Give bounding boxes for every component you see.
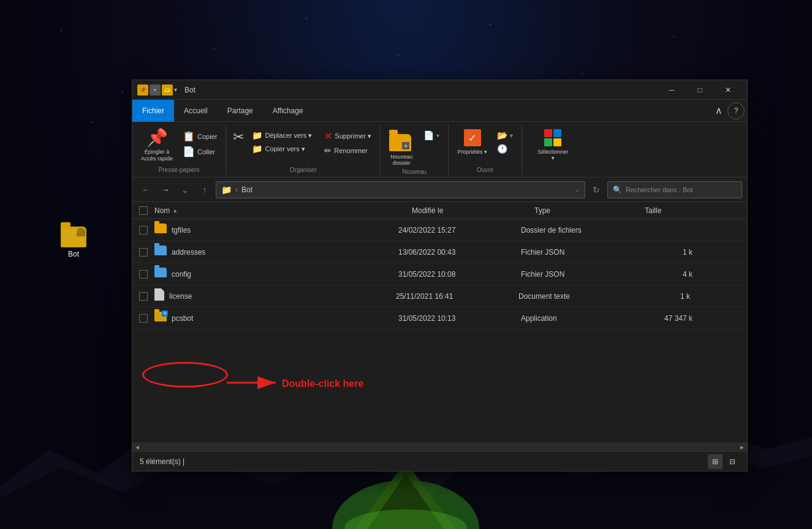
row-checkbox[interactable]: [137, 246, 150, 258]
column-headers: Nom ▲ Modifié le Type Taille: [132, 202, 747, 219]
col-header-size[interactable]: Taille: [645, 206, 706, 215]
new-folder-button[interactable]: + Nouveaudossier: [385, 127, 417, 168]
scroll-left-button[interactable]: ◄: [132, 443, 142, 452]
desktop-bot-icon[interactable]: Bot: [49, 227, 98, 258]
scroll-right-button[interactable]: ►: [737, 443, 747, 452]
row-checkbox[interactable]: [137, 312, 150, 325]
qat-dropdown-btn[interactable]: ▾: [174, 86, 177, 93]
file-row[interactable]: tgfiles 24/02/2022 15:27 Dossier de fich…: [132, 219, 747, 241]
file-row[interactable]: config 31/05/2022 10:08 Fichier JSON 4 k: [132, 263, 747, 285]
properties-button[interactable]: ✓ Propriétés ▾: [453, 127, 491, 157]
copy-to-button[interactable]: 📁 Copier vers ▾: [248, 143, 316, 155]
qat-pin-icon[interactable]: 📌: [137, 84, 148, 96]
file-size: 4 k: [631, 270, 692, 279]
row-checkbox[interactable]: [137, 290, 150, 302]
details-view-button[interactable]: ⊞: [708, 454, 723, 469]
copy-button[interactable]: 📋 Copier: [179, 129, 221, 143]
file-size: 1 k: [629, 292, 690, 301]
help-button[interactable]: ?: [727, 102, 745, 119]
file-name: addresses: [172, 248, 398, 257]
address-box[interactable]: 📁 › Bot ⌄: [216, 181, 585, 198]
window-controls: ─ □ ✕: [658, 80, 742, 100]
search-box[interactable]: 🔍 Rechercher dans : Bot: [607, 181, 742, 198]
tab-accueil[interactable]: Accueil: [174, 100, 218, 122]
file-modified: 25/11/2021 16:41: [396, 292, 518, 301]
organise-buttons: ✂ 📁 Déplacer vers ▾ 📁 Copier vers ▾: [231, 124, 375, 167]
file-name: config: [172, 270, 398, 279]
address-dropdown-icon: ⌄: [575, 186, 580, 193]
col-sort-icon: ▲: [172, 208, 178, 214]
close-button[interactable]: ✕: [714, 80, 742, 100]
col-header-modified[interactable]: Modifié le: [412, 206, 534, 215]
ribbon-group-open: ✓ Propriétés ▾ 📂 ▾ 🕐: [449, 124, 522, 174]
new-buttons: + Nouveaudossier 📄 ▾: [385, 124, 443, 168]
back-button[interactable]: ←: [137, 181, 154, 198]
file-area: Nom ▲ Modifié le Type Taille: [132, 202, 747, 451]
qat-new-icon[interactable]: ▪: [150, 84, 161, 96]
row-checkbox[interactable]: [137, 268, 150, 280]
clipboard-label: Presse-papiers: [159, 167, 200, 174]
scroll-track[interactable]: [142, 443, 737, 452]
file-list: tgfiles 24/02/2022 15:27 Dossier de fich…: [132, 219, 747, 443]
recent-locations-button[interactable]: ⌄: [176, 181, 194, 198]
select-button[interactable]: Sélectionner▾: [534, 127, 572, 163]
ribbon: Fichier Accueil Partage Affichage ∧ ?: [132, 100, 747, 178]
paste-button[interactable]: 📄 Coller: [179, 144, 221, 159]
rename-button[interactable]: ✏ Renommer: [321, 144, 375, 157]
tab-partage[interactable]: Partage: [218, 100, 263, 122]
delete-button[interactable]: ✕ Supprimer ▾: [321, 129, 375, 143]
qat-folder-icon[interactable]: 🗂: [162, 84, 173, 96]
new-item-button[interactable]: 📄 ▾: [420, 129, 443, 141]
file-row[interactable]: license 25/11/2021 16:41 Document texte …: [132, 285, 747, 307]
file-modified: 31/05/2022 10:08: [398, 270, 521, 279]
horizontal-scrollbar[interactable]: ◄ ►: [132, 443, 747, 451]
address-bar: ← → ⌄ ↑ 📁 › Bot ⌄ ↻ 🔍 Rechercher dans : …: [132, 178, 747, 202]
new-folder-icon: +: [389, 129, 414, 151]
history-icon: 🕐: [497, 144, 507, 154]
file-row[interactable]: addresses 13/06/2022 00:43 Fichier JSON …: [132, 241, 747, 263]
organise-label: Organiser: [290, 167, 317, 174]
select-icon: [544, 129, 561, 146]
title-bar: 📌 ▪ 🗂 ▾ Bot ─ □ ✕: [132, 80, 747, 100]
ribbon-group-organise: ✂ 📁 Déplacer vers ▾ 📁 Copier vers ▾: [226, 124, 381, 174]
large-icons-view-button[interactable]: ⊟: [725, 454, 740, 469]
new-item-icon: 📄: [423, 130, 434, 140]
search-icon: 🔍: [613, 186, 622, 194]
refresh-button[interactable]: ↻: [588, 181, 605, 198]
rename-icon: ✏: [324, 146, 332, 156]
col-header-type[interactable]: Type: [534, 206, 645, 215]
file-modified: 24/02/2022 15:27: [398, 226, 521, 234]
explorer-window: 📌 ▪ 🗂 ▾ Bot ─ □ ✕ Fichier Accueil: [132, 80, 748, 471]
view-toggle-buttons: ⊞ ⊟: [708, 454, 740, 469]
open-buttons: ✓ Propriétés ▾ 📂 ▾ 🕐: [453, 124, 517, 167]
file-row-pcsbot[interactable]: ⚙ pcsbot 31/05/2022 10:13 Application 47…: [132, 307, 747, 329]
file-modified: 13/06/2022 00:43: [398, 248, 521, 257]
desktop-icon-label: Bot: [68, 250, 79, 258]
pin-label: Épingler àAccès rapide: [141, 149, 173, 162]
tab-affichage[interactable]: Affichage: [263, 100, 313, 122]
status-text: 5 élément(s) |: [140, 457, 184, 466]
history-button[interactable]: 🕐: [493, 143, 517, 155]
tab-fichier[interactable]: Fichier: [132, 100, 174, 122]
ribbon-group-select: Sélectionner▾: [522, 124, 583, 174]
move-to-button[interactable]: 📁 Déplacer vers ▾: [248, 129, 316, 141]
select-all-checkbox[interactable]: [137, 204, 150, 217]
move-icon: 📁: [252, 130, 262, 140]
file-size: 1 k: [631, 248, 692, 257]
paste-icon: 📄: [183, 146, 195, 157]
json-icon: [154, 246, 167, 258]
col-header-name[interactable]: Nom ▲: [154, 206, 412, 215]
open-label: Ouvrir: [477, 167, 493, 174]
ribbon-collapse-btn[interactable]: ∧: [710, 100, 727, 122]
maximize-button[interactable]: □: [686, 80, 714, 100]
open-button[interactable]: 📂 ▾: [493, 129, 517, 141]
row-checkbox[interactable]: [137, 224, 150, 236]
file-name: license: [169, 292, 396, 301]
pin-to-quick-access-button[interactable]: 📌 Épingler àAccès rapide: [137, 127, 176, 165]
minimize-button[interactable]: ─: [658, 80, 686, 100]
pin-icon: 📌: [146, 129, 168, 146]
forward-button[interactable]: →: [157, 181, 174, 198]
cut-icon: ✂: [233, 129, 244, 145]
cut-button[interactable]: ✂: [231, 127, 246, 148]
up-button[interactable]: ↑: [196, 181, 213, 198]
